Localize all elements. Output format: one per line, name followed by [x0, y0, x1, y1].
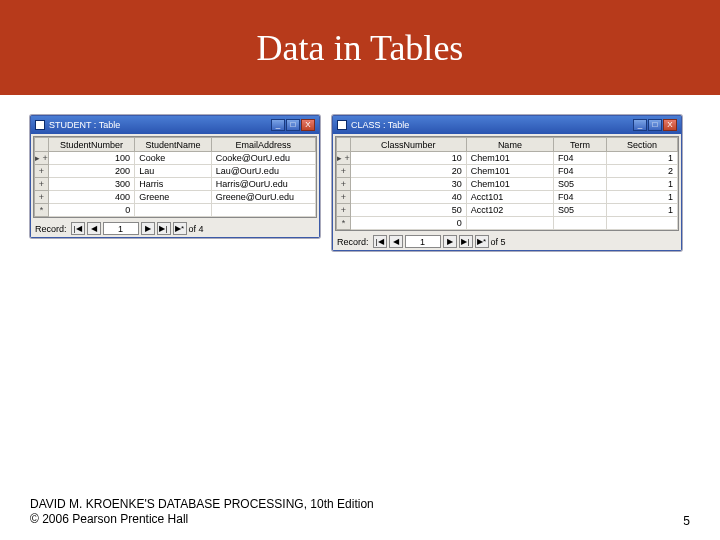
cell[interactable]: 400 [49, 191, 135, 204]
table-row[interactable]: + 400 Greene Greene@OurU.edu [35, 191, 316, 204]
class-table[interactable]: ClassNumber Name Term Section ▸ + 10 Che… [336, 137, 678, 230]
col-emailaddress[interactable]: EmailAddress [211, 138, 315, 152]
col-studentnumber[interactable]: StudentNumber [49, 138, 135, 152]
col-classnumber[interactable]: ClassNumber [351, 138, 467, 152]
cell[interactable]: 1 [606, 191, 677, 204]
cell[interactable]: Lau [135, 165, 212, 178]
nav-prev-button[interactable]: ◀ [87, 222, 101, 235]
table-row[interactable]: + 300 Harris Harris@OurU.edu [35, 178, 316, 191]
cell[interactable]: 1 [606, 178, 677, 191]
cell[interactable] [211, 204, 315, 217]
cell[interactable]: 2 [606, 165, 677, 178]
close-button[interactable]: X [663, 119, 677, 131]
new-row[interactable]: * 0 [35, 204, 316, 217]
student-table-window: STUDENT : Table _ □ X StudentNumber Stud… [30, 115, 320, 238]
table-row[interactable]: + 50 Acct102 S05 1 [337, 204, 678, 217]
row-selector[interactable]: + [35, 165, 49, 178]
table-row[interactable]: + 40 Acct101 F04 1 [337, 191, 678, 204]
row-selector-new[interactable]: * [35, 204, 49, 217]
cell[interactable]: Acct101 [466, 191, 553, 204]
cell[interactable]: 20 [351, 165, 467, 178]
cell[interactable]: 50 [351, 204, 467, 217]
cell[interactable]: Lau@OurU.edu [211, 165, 315, 178]
row-selector[interactable]: + [337, 178, 351, 191]
row-selector-new[interactable]: * [337, 217, 351, 230]
table-row[interactable]: + 20 Chem101 F04 2 [337, 165, 678, 178]
row-selector[interactable]: + [35, 191, 49, 204]
cell[interactable]: Cooke@OurU.edu [211, 152, 315, 165]
record-number-input[interactable] [405, 235, 441, 248]
new-row[interactable]: * 0 [337, 217, 678, 230]
cell[interactable]: S05 [554, 204, 607, 217]
student-grid: StudentNumber StudentName EmailAddress ▸… [33, 136, 317, 218]
nav-next-button[interactable]: ▶ [443, 235, 457, 248]
cell[interactable] [135, 204, 212, 217]
cell[interactable]: F04 [554, 165, 607, 178]
cell[interactable]: Chem101 [466, 152, 553, 165]
cell[interactable]: Acct102 [466, 204, 553, 217]
col-term[interactable]: Term [554, 138, 607, 152]
class-titlebar[interactable]: CLASS : Table _ □ X [333, 116, 681, 134]
cell[interactable]: 100 [49, 152, 135, 165]
table-row[interactable]: ▸ + 10 Chem101 F04 1 [337, 152, 678, 165]
nav-first-button[interactable]: |◀ [373, 235, 387, 248]
cell[interactable]: 300 [49, 178, 135, 191]
minimize-button[interactable]: _ [271, 119, 285, 131]
cell[interactable]: Greene@OurU.edu [211, 191, 315, 204]
minimize-button[interactable]: _ [633, 119, 647, 131]
cell[interactable]: 1 [606, 204, 677, 217]
cell[interactable]: F04 [554, 152, 607, 165]
col-name[interactable]: Name [466, 138, 553, 152]
cell[interactable]: Chem101 [466, 165, 553, 178]
col-section[interactable]: Section [606, 138, 677, 152]
table-row[interactable]: + 200 Lau Lau@OurU.edu [35, 165, 316, 178]
cell[interactable]: Chem101 [466, 178, 553, 191]
row-selector[interactable]: ▸ + [337, 152, 351, 165]
record-number-input[interactable] [103, 222, 139, 235]
cell[interactable]: 30 [351, 178, 467, 191]
row-selector[interactable]: + [337, 204, 351, 217]
table-row[interactable]: + 30 Chem101 S05 1 [337, 178, 678, 191]
footer-book: DAVID M. KROENKE'S DATABASE PROCESSING, … [30, 497, 374, 513]
footer-copyright: © 2006 Pearson Prentice Hall [30, 512, 374, 528]
cell[interactable]: Harris@OurU.edu [211, 178, 315, 191]
maximize-button[interactable]: □ [648, 119, 662, 131]
close-button[interactable]: X [301, 119, 315, 131]
cell[interactable]: 200 [49, 165, 135, 178]
row-selector[interactable]: ▸ + [35, 152, 49, 165]
cell[interactable]: 0 [49, 204, 135, 217]
cell[interactable] [554, 217, 607, 230]
cell[interactable]: 10 [351, 152, 467, 165]
nav-new-button[interactable]: ▶* [173, 222, 187, 235]
cell[interactable]: S05 [554, 178, 607, 191]
table-row[interactable]: ▸ + 100 Cooke Cooke@OurU.edu [35, 152, 316, 165]
record-of-label: of 5 [491, 237, 506, 247]
student-titlebar[interactable]: STUDENT : Table _ □ X [31, 116, 319, 134]
nav-prev-button[interactable]: ◀ [389, 235, 403, 248]
col-studentname[interactable]: StudentName [135, 138, 212, 152]
row-selector[interactable]: + [337, 165, 351, 178]
maximize-button[interactable]: □ [286, 119, 300, 131]
row-selector[interactable]: + [337, 191, 351, 204]
cell[interactable]: Harris [135, 178, 212, 191]
nav-next-button[interactable]: ▶ [141, 222, 155, 235]
slide-header: Data in Tables [0, 0, 720, 95]
slide-body: STUDENT : Table _ □ X StudentNumber Stud… [0, 95, 720, 540]
cell[interactable]: 1 [606, 152, 677, 165]
nav-first-button[interactable]: |◀ [71, 222, 85, 235]
nav-last-button[interactable]: ▶| [157, 222, 171, 235]
class-window-title: CLASS : Table [351, 120, 633, 130]
student-table[interactable]: StudentNumber StudentName EmailAddress ▸… [34, 137, 316, 217]
row-selector[interactable]: + [35, 178, 49, 191]
nav-last-button[interactable]: ▶| [459, 235, 473, 248]
cell[interactable] [606, 217, 677, 230]
nav-new-button[interactable]: ▶* [475, 235, 489, 248]
cell[interactable]: F04 [554, 191, 607, 204]
cell[interactable]: Cooke [135, 152, 212, 165]
cell[interactable]: 0 [351, 217, 467, 230]
class-grid: ClassNumber Name Term Section ▸ + 10 Che… [335, 136, 679, 231]
cell[interactable] [466, 217, 553, 230]
tables-container: STUDENT : Table _ □ X StudentNumber Stud… [30, 115, 690, 251]
cell[interactable]: 40 [351, 191, 467, 204]
cell[interactable]: Greene [135, 191, 212, 204]
